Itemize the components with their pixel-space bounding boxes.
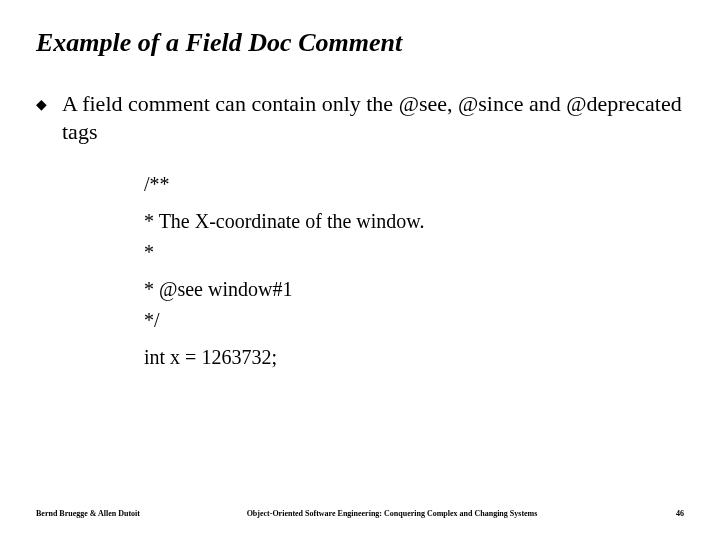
footer: Bernd Bruegge & Allen Dutoit Object-Orie…	[0, 509, 720, 518]
bullet-marker: ◆	[36, 96, 48, 113]
code-block: /** * The X-coordinate of the window. * …	[144, 169, 684, 373]
code-line: /**	[144, 169, 684, 200]
code-line: */	[144, 305, 684, 336]
footer-title: Object-Oriented Software Engineering: Co…	[140, 509, 644, 518]
code-line: * @see window#1	[144, 274, 684, 305]
code-line: int x = 1263732;	[144, 342, 684, 373]
bullet-text: A field comment can contain only the @se…	[62, 90, 684, 145]
slide-title: Example of a Field Doc Comment	[36, 28, 684, 58]
page-number: 46	[644, 509, 684, 518]
code-line: *	[144, 237, 684, 268]
code-line: * The X-coordinate of the window.	[144, 206, 684, 237]
bullet-item: ◆ A field comment can contain only the @…	[36, 90, 684, 145]
footer-author: Bernd Bruegge & Allen Dutoit	[36, 509, 140, 518]
